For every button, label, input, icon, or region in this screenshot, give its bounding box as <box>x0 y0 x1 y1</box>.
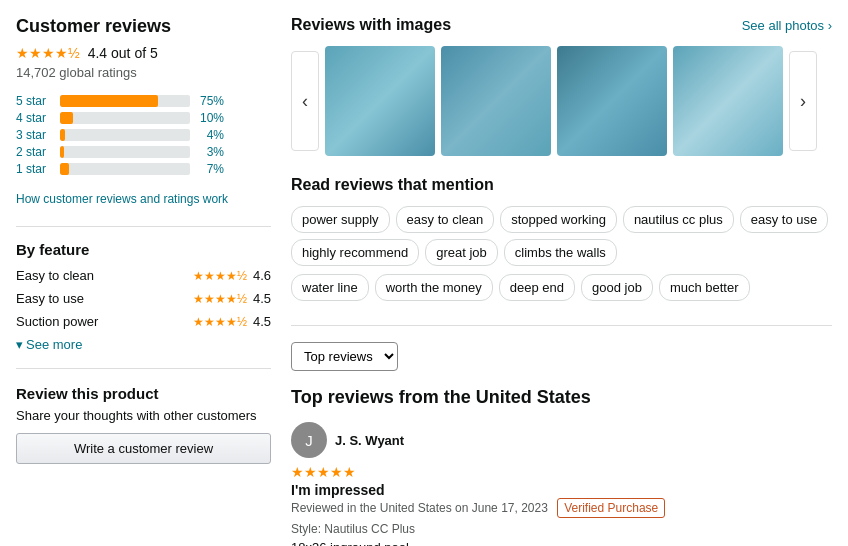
mention-tag[interactable]: worth the money <box>375 274 493 301</box>
mention-tag[interactable]: power supply <box>291 206 390 233</box>
images-section-title: Reviews with images <box>291 16 451 34</box>
feature-stars: ★★★★½ <box>193 315 247 329</box>
feature-row: Easy to clean ★★★★½ 4.6 <box>16 268 271 283</box>
review-item: J J. S. Wyant ★★★★★ I'm impressed Review… <box>291 422 832 546</box>
mentions-title: Read reviews that mention <box>291 176 832 194</box>
write-review-button[interactable]: Write a customer review <box>16 433 271 464</box>
image-thumbs-container <box>325 46 783 156</box>
feature-name: Suction power <box>16 314 98 329</box>
bar-percentage[interactable]: 4% <box>196 128 224 142</box>
mention-tag[interactable]: easy to clean <box>396 206 495 233</box>
global-ratings: 14,702 global ratings <box>16 65 271 80</box>
images-section-header: Reviews with images See all photos › <box>291 16 832 34</box>
tags-container: power supplyeasy to cleanstopped working… <box>291 206 832 301</box>
reviewer-avatar: J <box>291 422 327 458</box>
how-ratings-link[interactable]: How customer reviews and ratings work <box>16 192 271 206</box>
chevron-down-icon: ▾ <box>16 337 23 352</box>
star-label[interactable]: 1 star <box>16 162 54 176</box>
divider-2 <box>16 368 271 369</box>
review-image-2[interactable] <box>441 46 551 156</box>
rating-summary: ★★★★½ 4.4 out of 5 <box>16 45 271 61</box>
star-label[interactable]: 4 star <box>16 111 54 125</box>
star-label[interactable]: 5 star <box>16 94 54 108</box>
bar-percentage[interactable]: 75% <box>196 94 224 108</box>
star-label[interactable]: 3 star <box>16 128 54 142</box>
images-carousel: ‹ › <box>291 46 832 156</box>
feature-name: Easy to clean <box>16 268 94 283</box>
by-feature-section: By feature Easy to clean ★★★★½ 4.6 Easy … <box>16 241 271 352</box>
mention-tag[interactable]: deep end <box>499 274 575 301</box>
verified-purchase-badge: Verified Purchase <box>557 498 665 518</box>
review-image-1[interactable] <box>325 46 435 156</box>
mention-tag[interactable]: nautilus cc plus <box>623 206 734 233</box>
mention-tag[interactable]: good job <box>581 274 653 301</box>
review-this-product-section: Review this product Share your thoughts … <box>16 385 271 464</box>
review-product-title: Review this product <box>16 385 271 402</box>
mention-tag[interactable]: water line <box>291 274 369 301</box>
feature-score: 4.5 <box>253 291 271 306</box>
see-more-link[interactable]: ▾ See more <box>16 337 82 352</box>
bar-background <box>60 129 190 141</box>
left-panel: Customer reviews ★★★★½ 4.4 out of 5 14,7… <box>16 16 271 546</box>
top-reviews-title: Top reviews from the United States <box>291 387 832 408</box>
feature-row: Suction power ★★★★½ 4.5 <box>16 314 271 329</box>
carousel-next-button[interactable]: › <box>789 51 817 151</box>
feature-stars: ★★★★½ <box>193 269 247 283</box>
bar-percentage[interactable]: 10% <box>196 111 224 125</box>
review-image-4[interactable] <box>673 46 783 156</box>
star-label[interactable]: 2 star <box>16 145 54 159</box>
review-meta: Reviewed in the United States on June 17… <box>291 498 832 518</box>
mention-tag[interactable]: much better <box>659 274 750 301</box>
bar-fill <box>60 95 158 107</box>
tags-row-1: power supplyeasy to cleanstopped working… <box>291 206 832 266</box>
review-image-3[interactable] <box>557 46 667 156</box>
tags-row-2: water lineworth the moneydeep endgood jo… <box>291 274 832 301</box>
star-row: 1 star 7% <box>16 162 271 176</box>
bar-percentage[interactable]: 3% <box>196 145 224 159</box>
bar-background <box>60 163 190 175</box>
divider-1 <box>16 226 271 227</box>
feature-right: ★★★★½ 4.6 <box>193 268 271 283</box>
bar-percentage[interactable]: 7% <box>196 162 224 176</box>
review-product-sub: Share your thoughts with other customers <box>16 408 271 423</box>
mention-tag[interactable]: highly recommend <box>291 239 419 266</box>
review-title: I'm impressed <box>291 482 385 498</box>
carousel-prev-button[interactable]: ‹ <box>291 51 319 151</box>
star-row: 5 star 75% <box>16 94 271 108</box>
star-row: 3 star 4% <box>16 128 271 142</box>
review-meta-text: Reviewed in the United States on June 17… <box>291 501 548 515</box>
sort-row: Top reviews Most recent <box>291 342 832 371</box>
sort-select[interactable]: Top reviews Most recent <box>291 342 398 371</box>
review-pool-size: 18x36 inground pool <box>291 540 832 546</box>
star-row: 4 star 10% <box>16 111 271 125</box>
reviews-with-images-section: Reviews with images See all photos › ‹ › <box>291 16 832 156</box>
by-feature-title: By feature <box>16 241 271 258</box>
bar-fill <box>60 112 73 124</box>
mention-tag[interactable]: great job <box>425 239 498 266</box>
reviewer-header: J J. S. Wyant <box>291 422 832 458</box>
bar-fill <box>60 146 64 158</box>
mention-tag[interactable]: stopped working <box>500 206 617 233</box>
bar-background <box>60 95 190 107</box>
mention-tag[interactable]: climbs the walls <box>504 239 617 266</box>
feature-right: ★★★★½ 4.5 <box>193 314 271 329</box>
see-all-photos-link[interactable]: See all photos › <box>742 18 832 33</box>
review-style: Style: Nautilus CC Plus <box>291 522 832 536</box>
review-stars: ★★★★★ <box>291 464 832 480</box>
feature-row: Easy to use ★★★★½ 4.5 <box>16 291 271 306</box>
star-bars: 5 star 75% 4 star 10% 3 star 4% 2 star 3… <box>16 94 271 176</box>
feature-right: ★★★★½ 4.5 <box>193 291 271 306</box>
feature-stars: ★★★★½ <box>193 292 247 306</box>
feature-score: 4.5 <box>253 314 271 329</box>
feature-score: 4.6 <box>253 268 271 283</box>
feature-name: Easy to use <box>16 291 84 306</box>
bar-fill <box>60 163 69 175</box>
star-row: 2 star 3% <box>16 145 271 159</box>
bar-background <box>60 146 190 158</box>
mention-tag[interactable]: easy to use <box>740 206 829 233</box>
see-more-label: See more <box>26 337 82 352</box>
bar-background <box>60 112 190 124</box>
reviewer-initial: J <box>305 432 313 449</box>
mentions-section: Read reviews that mention power supplyea… <box>291 176 832 326</box>
features-container: Easy to clean ★★★★½ 4.6 Easy to use ★★★★… <box>16 268 271 329</box>
